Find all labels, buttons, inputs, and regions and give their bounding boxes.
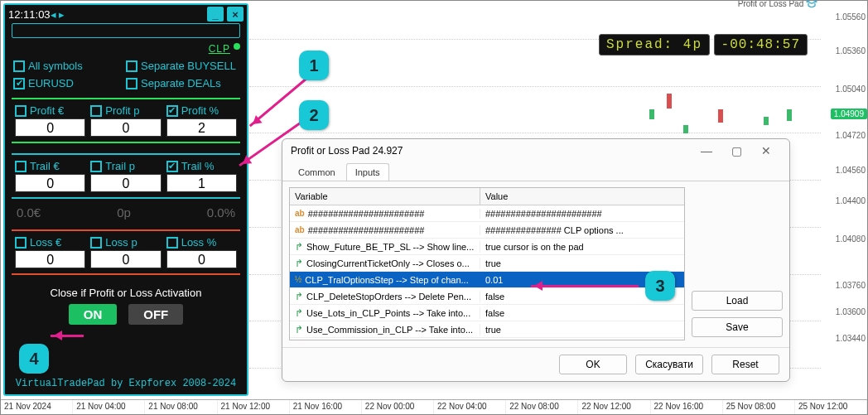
checkbox-icon[interactable] — [13, 78, 25, 89]
checkbox-icon[interactable] — [166, 161, 178, 172]
chk-label: EURUSD — [28, 77, 74, 89]
table-row[interactable]: ↱ Use_Commission_in_CLP --> Take into...… — [290, 321, 684, 338]
x-axis: 21 Nov 2024 21 Nov 04:00 21 Nov 08:00 21… — [1, 399, 867, 414]
save-button[interactable]: Save — [692, 317, 783, 337]
panel-search[interactable] — [12, 23, 240, 38]
checkbox-icon[interactable] — [90, 161, 102, 172]
chk-profit-pct[interactable]: Profit % — [166, 104, 237, 117]
activation-on-button[interactable]: ON — [69, 304, 118, 325]
fld-label: Loss % — [181, 236, 217, 249]
table-row[interactable]: ↱ ClosingCurrentTicketOnly --> Closes o.… — [290, 255, 684, 272]
fld-label: Trail € — [30, 160, 60, 172]
chk-trail-pct[interactable]: Trail % — [166, 160, 237, 172]
profit-eur-input[interactable]: 0 — [15, 118, 85, 137]
chk-loss-eur[interactable]: Loss € — [15, 236, 85, 249]
table-row[interactable]: ab #####################################… — [290, 222, 684, 239]
profit-pct-input[interactable]: 2 — [166, 118, 237, 137]
x-tick: 22 Nov 00:00 — [362, 400, 434, 414]
callout-1: 1 — [299, 51, 329, 80]
current-price: 1.04909 — [831, 109, 867, 119]
cancel-button[interactable]: Скасувати — [635, 355, 703, 374]
x-tick: 21 Nov 08:00 — [145, 400, 217, 414]
x-tick: 21 Nov 12:00 — [218, 400, 290, 414]
spread-box: Spread: 4p — [599, 34, 710, 55]
table-row[interactable]: ab #####################################… — [290, 205, 684, 222]
y-tick: 1.04080 — [836, 234, 866, 244]
virtual-trade-pad: 12:11:03 ◂ ▸ _ × CLP All symbols Separat… — [3, 3, 248, 396]
checkbox-icon[interactable] — [126, 78, 137, 89]
cell-variable: ↱ Show_Future_BE_TP_SL --> Show line... — [290, 241, 480, 253]
checkbox-icon[interactable] — [90, 237, 102, 249]
window-close-icon[interactable]: ✕ — [751, 144, 781, 157]
y-tick: 1.05360 — [836, 46, 866, 55]
fld-label: Loss p — [105, 236, 137, 249]
trail-section: Trail €0 Trail p0 Trail %1 — [12, 153, 240, 199]
callout-2: 2 — [299, 100, 329, 130]
window-maximize-icon[interactable]: ▢ — [721, 144, 751, 157]
x-tick: 25 Nov 12:00 — [795, 400, 867, 414]
cell-value[interactable]: true — [480, 325, 684, 335]
chk-loss-p[interactable]: Loss p — [90, 236, 161, 249]
x-tick: 21 Nov 04:00 — [73, 400, 145, 414]
vtp-titlebar[interactable]: 12:11:03 ◂ ▸ _ × — [5, 5, 247, 23]
profit-p-input[interactable]: 0 — [90, 118, 161, 137]
close-button[interactable]: × — [227, 7, 244, 22]
loss-pct-input[interactable]: 0 — [166, 250, 237, 268]
cell-value[interactable]: ############### CLP options ... — [480, 225, 684, 235]
checkbox-icon[interactable] — [15, 161, 27, 172]
trail-p-input[interactable]: 0 — [90, 174, 161, 192]
cell-variable: ab ####################### — [290, 225, 480, 235]
checkbox-icon[interactable] — [15, 105, 27, 117]
cell-value[interactable]: ####################### — [480, 209, 684, 219]
clp-mode[interactable]: CLP — [209, 43, 230, 55]
table-row[interactable]: ↱ CLP_DeleteStopOrders --> Delete Pen...… — [290, 288, 684, 305]
tab-inputs[interactable]: Inputs — [346, 163, 389, 181]
loss-eur-input[interactable]: 0 — [15, 250, 85, 268]
minimize-button[interactable]: _ — [207, 7, 224, 22]
chk-separate-buysell[interactable]: Separate BUYSELL — [126, 60, 239, 72]
nav-arrows-icon[interactable]: ◂ ▸ — [51, 8, 65, 21]
inputs-table[interactable]: Variable Value ab ######################… — [289, 187, 685, 340]
tab-common[interactable]: Common — [289, 163, 345, 181]
dialog-title: Profit or Loss Pad 24.927 — [291, 145, 692, 157]
y-tick: 1.03440 — [836, 334, 866, 343]
checkbox-icon[interactable] — [126, 60, 137, 72]
chk-profit-p[interactable]: Profit p — [90, 104, 161, 117]
chk-separate-deals[interactable]: Separate DEALs — [126, 77, 239, 89]
dialog-titlebar[interactable]: Profit or Loss Pad 24.927 — ▢ ✕ — [282, 139, 789, 162]
checkbox-icon[interactable] — [166, 237, 178, 249]
y-tick: 1.04560 — [836, 165, 866, 174]
table-row[interactable]: ↱ Show_Future_BE_TP_SL --> Show line...t… — [290, 239, 684, 255]
checkbox-icon[interactable] — [90, 105, 102, 117]
profit-section: Profit €0 Profit p0 Profit %2 — [12, 98, 240, 143]
checkbox-icon[interactable] — [13, 60, 25, 72]
checkbox-icon[interactable] — [15, 237, 27, 249]
chk-profit-eur[interactable]: Profit € — [15, 104, 85, 117]
col-value: Value — [480, 188, 684, 205]
chk-trail-eur[interactable]: Trail € — [15, 160, 85, 172]
chk-eurusd[interactable]: EURUSD — [13, 77, 126, 89]
y-tick: 1.04400 — [836, 195, 866, 205]
chk-all-symbols[interactable]: All symbols — [13, 60, 126, 72]
chk-label: Separate BUYSELL — [141, 60, 236, 72]
cell-value[interactable]: true — [480, 258, 684, 268]
cell-value[interactable]: false — [480, 308, 684, 318]
loss-p-input[interactable]: 0 — [90, 250, 161, 268]
reset-button[interactable]: Reset — [711, 355, 779, 374]
table-row[interactable]: ↱ Use_Lots_in_CLP_Points --> Take into..… — [290, 305, 684, 321]
chk-trail-p[interactable]: Trail p — [90, 160, 161, 172]
x-tick: 21 Nov 16:00 — [290, 400, 362, 414]
cell-value[interactable]: true cursor is on the pad — [480, 242, 684, 252]
window-minimize-icon[interactable]: — — [692, 144, 721, 157]
trail-eur-input[interactable]: 0 — [15, 174, 85, 192]
chk-label: Separate DEALs — [141, 77, 221, 89]
ok-button[interactable]: OK — [559, 355, 627, 374]
activation-off-button[interactable]: OFF — [128, 304, 183, 325]
chk-loss-pct[interactable]: Loss % — [166, 236, 237, 249]
fld-label: Trail p — [105, 160, 135, 172]
countdown-box: -00:48:57 — [714, 34, 808, 55]
load-button[interactable]: Load — [692, 291, 783, 311]
callout-3: 3 — [645, 271, 675, 301]
trail-pct-input[interactable]: 1 — [166, 174, 237, 192]
checkbox-icon[interactable] — [166, 105, 178, 117]
